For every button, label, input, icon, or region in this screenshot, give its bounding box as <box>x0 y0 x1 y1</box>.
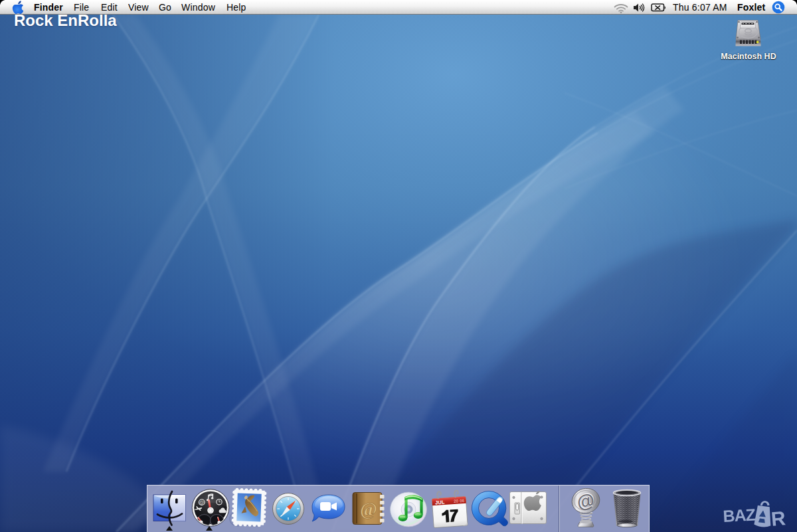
svg-text:BAZ: BAZ <box>723 505 756 526</box>
svg-text:R: R <box>770 507 787 531</box>
svg-text:@: @ <box>360 499 377 520</box>
svg-text:@: @ <box>199 499 205 505</box>
svg-text:JUL: JUL <box>435 499 445 505</box>
svg-text:20 06: 20 06 <box>454 499 465 504</box>
